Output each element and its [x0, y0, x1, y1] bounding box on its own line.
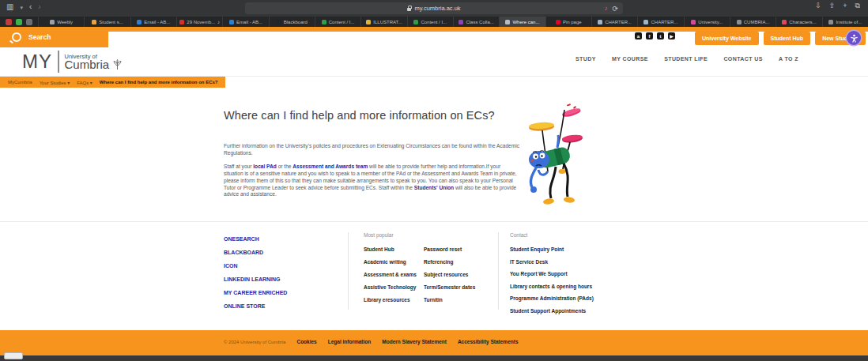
app-icon[interactable]: a	[635, 32, 642, 39]
address-bar[interactable]: my.cumbria.ac.uk ♪ ⟳	[245, 2, 623, 14]
main-nav: STUDYMY COURSESTUDENT LIFECONTACT USA TO…	[576, 56, 798, 62]
browser-tab[interactable]: Content / I...	[407, 17, 453, 27]
quicklink[interactable]: MY CAREER ENRICHED	[224, 286, 287, 299]
contact-heading: Contact	[510, 232, 527, 238]
paragraph-2: Staff at your local PAd or the Assessmen…	[224, 164, 521, 198]
browser-tab[interactable]: CHARTER...	[637, 17, 683, 27]
tab-label: University...	[698, 20, 723, 24]
browser-tab[interactable]: 29 Novemb...♪	[176, 17, 222, 27]
back-icon[interactable]: ‹	[29, 3, 32, 11]
popular-link[interactable]: Assessment & exams	[364, 269, 417, 281]
new-tab-icon[interactable]: +	[843, 2, 847, 9]
forward-icon[interactable]: ›	[38, 3, 40, 11]
browser-tab[interactable]: Characters...	[776, 17, 821, 27]
copyright-text: © 2024 University of Cumbria	[224, 340, 285, 344]
browser-tab[interactable]: Institute of...	[822, 17, 868, 27]
tab-row: WeeblyStudent s...Email - AB...29 Novemb…	[38, 17, 868, 27]
tab-label: Content / I...	[421, 20, 447, 24]
browser-tab[interactable]: ILLUSTRAT...	[360, 17, 406, 27]
popular-link[interactable]: Term/Semester dates	[424, 281, 475, 294]
quicklink[interactable]: ONESEARCH	[224, 232, 287, 246]
nav-item-my-course[interactable]: MY COURSE	[612, 56, 648, 62]
quicklink[interactable]: ICON	[224, 259, 287, 273]
pinned-tab-1[interactable]	[6, 19, 12, 25]
text-segment: Staff at your	[224, 164, 253, 169]
tab-label: Pin page	[563, 20, 582, 24]
inline-link[interactable]: Assessment and Awards team	[292, 164, 368, 169]
footer-link[interactable]: Accessibility Statements	[458, 339, 519, 344]
facebook-icon[interactable]: f	[646, 32, 653, 39]
browser-tab[interactable]: Weebly	[38, 17, 84, 27]
footer-link[interactable]: Legal information	[328, 339, 372, 344]
pinned-tab-3[interactable]	[26, 19, 32, 25]
top-button-student-hub[interactable]: Student Hub	[764, 32, 811, 45]
browser-tab[interactable]: University...	[684, 17, 730, 27]
contact-link[interactable]: Programme Administration (PAds)	[510, 292, 594, 305]
tab-label: Email - AB...	[144, 20, 170, 24]
contact-link[interactable]: Student Support Appointments	[510, 305, 594, 318]
youtube-icon[interactable]: ▶	[668, 32, 675, 39]
popular-link[interactable]: Turnitin	[424, 294, 475, 306]
footer-divider-2	[498, 232, 499, 310]
nav-item-study[interactable]: STUDY	[576, 56, 596, 62]
browser-tab[interactable]: Content / I...	[315, 17, 360, 27]
browser-tab[interactable]: CHARTER...	[591, 17, 637, 27]
footer-link[interactable]: Modern Slavery Statement	[382, 339, 447, 344]
footer-link[interactable]: Cookies	[296, 339, 316, 344]
breadcrumb-item[interactable]: Your Studies ▾	[40, 80, 70, 85]
breadcrumb-item[interactable]: MyCumbria	[8, 80, 32, 85]
browser-tab-active[interactable]: Where can...	[499, 17, 545, 27]
tab-label: Blackboard	[284, 20, 308, 24]
contact-link[interactable]: Student Enquiry Point	[510, 243, 594, 256]
breadcrumb-item[interactable]: FAQs ▾	[77, 80, 92, 85]
popular-link[interactable]: Student Hub	[364, 243, 417, 256]
browser-tab[interactable]: Email - AB...	[222, 17, 268, 27]
lock-icon	[407, 8, 411, 11]
contact-link[interactable]: You Report We Support	[510, 268, 594, 280]
popular-link[interactable]: Password reset	[424, 243, 475, 256]
popular-link[interactable]: Library eresources	[364, 294, 417, 306]
twitter-icon[interactable]: t	[657, 32, 664, 39]
quicklink[interactable]: BLACKBOARD	[224, 246, 287, 259]
most-popular-col1: Student HubAcademic writingAssessment & …	[364, 243, 417, 306]
nav-item-student-life[interactable]: STUDENT LIFE	[664, 56, 708, 62]
quicklink[interactable]: LINKEDIN LEARNING	[224, 273, 287, 286]
quicklinks-column: ONESEARCHBLACKBOARDICONLINKEDIN LEARNING…	[224, 232, 287, 313]
reload-icon[interactable]: ⟳	[612, 5, 618, 13]
accessibility-button[interactable]	[847, 31, 861, 45]
popular-link[interactable]: Subject resources	[424, 269, 475, 281]
chevron-down-icon[interactable]: ▾	[20, 5, 23, 10]
browser-tab[interactable]: Student s...	[84, 17, 130, 27]
quicklink[interactable]: ONLINE STORE	[224, 299, 287, 313]
tab-favicon-icon	[413, 20, 418, 24]
popular-link[interactable]: Referencing	[424, 256, 475, 269]
browser-tab[interactable]: Class Colla...	[453, 17, 499, 27]
contact-link[interactable]: Library contacts & opening hours	[510, 280, 594, 293]
browser-tab[interactable]: CUMBRIA...	[730, 17, 776, 27]
tab-label: ILLUSTRAT...	[373, 20, 402, 24]
share-icon[interactable]: ⇧	[829, 2, 836, 9]
popular-link[interactable]: Academic writing	[364, 256, 417, 269]
browser-tab[interactable]: Email - AB...	[130, 17, 176, 27]
footer-divider-1	[348, 232, 349, 310]
tab-label: Weebly	[57, 20, 73, 24]
downloads-icon[interactable]: ⇩	[815, 2, 821, 9]
nav-item-contact-us[interactable]: CONTACT US	[723, 56, 762, 62]
search-button[interactable]: Search	[0, 27, 108, 47]
nav-item-a-to-z[interactable]: A TO Z	[779, 56, 798, 62]
text-segment: or the	[277, 164, 293, 169]
top-button-university-website[interactable]: University Website	[695, 32, 759, 45]
tab-favicon-icon	[643, 20, 648, 24]
inline-link[interactable]: Students' Union	[414, 185, 454, 190]
popular-link[interactable]: Assistive Technology	[364, 281, 417, 294]
contact-link[interactable]: IT Service Desk	[510, 256, 594, 269]
browser-tab[interactable]: Blackboard	[269, 17, 315, 27]
tab-label: Where can...	[512, 20, 539, 24]
sidebar-icon[interactable]: ▥	[6, 3, 13, 11]
browser-tab[interactable]: Pin page	[545, 17, 591, 27]
tab-overview-icon[interactable]: ⧉	[855, 2, 860, 9]
pinned-tab-2[interactable]	[16, 19, 22, 25]
tab-audio-icon[interactable]: ♪	[604, 5, 607, 12]
inline-link[interactable]: local PAd	[253, 164, 277, 169]
my-cumbria-logo[interactable]: MY University of Cumbria	[22, 51, 123, 73]
